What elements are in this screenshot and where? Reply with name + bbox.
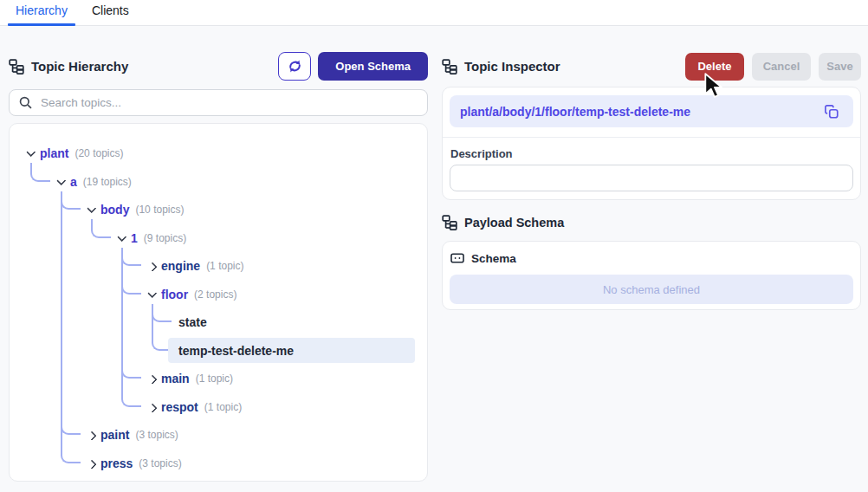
description-label: Description <box>450 147 513 160</box>
topic-hierarchy-header: Topic Hierarchy Open Schema <box>9 52 428 81</box>
topic-tree-card: plant(20 topics)a(19 topics)body(10 topi… <box>9 123 428 482</box>
tree-node-label: engine <box>161 259 200 273</box>
description-input[interactable] <box>450 165 853 191</box>
tree-node-label: floor <box>161 288 188 301</box>
tree-node-engine[interactable]: engine(1 topic) <box>146 254 243 279</box>
tab-hierarchy[interactable]: Hierarchy <box>8 0 75 25</box>
tree-node-main[interactable]: main(1 topic) <box>146 366 233 392</box>
tree-node-count: (19 topics) <box>83 176 132 188</box>
tree-node-press[interactable]: press(3 topics) <box>86 450 182 476</box>
refresh-button[interactable] <box>278 52 311 81</box>
tree-node-1[interactable]: 1(9 topics) <box>116 225 186 250</box>
tree-node-count: (1 topic) <box>204 401 242 413</box>
tree-connector <box>121 248 141 407</box>
tree-node-count: (2 topics) <box>194 288 236 301</box>
tab-bar: Hierarchy Clients <box>0 0 868 26</box>
hierarchy-tree-icon <box>442 59 457 74</box>
tree-node-count: (1 topic) <box>196 372 233 385</box>
topic-inspector-card: plant/a/body/1/floor/temp-test-delete-me… <box>442 87 861 200</box>
tree-node-floor[interactable]: floor(2 topics) <box>146 282 236 307</box>
tree-node-label: temp-test-delete-me <box>178 344 294 358</box>
tree-node-respot[interactable]: respot(1 topic) <box>146 394 242 419</box>
open-schema-button[interactable]: Open Schema <box>318 52 428 81</box>
save-button[interactable]: Save <box>819 53 861 81</box>
chevron-right-icon <box>148 375 158 385</box>
tree-node-count: (20 topics) <box>74 147 123 159</box>
chevron-right-icon <box>148 262 158 272</box>
chevron-down-icon <box>27 147 36 157</box>
no-schema-box: No schema defined <box>450 275 853 304</box>
tree-node-a[interactable]: a(19 topics) <box>55 169 132 194</box>
cancel-button[interactable]: Cancel <box>752 53 811 81</box>
tree-node-count: (10 topics) <box>135 204 184 216</box>
tree-node-count: (9 topics) <box>144 232 186 244</box>
tree-connector <box>61 191 81 463</box>
payload-schema-title: Payload Schema <box>464 216 564 230</box>
tree-node-label: main <box>161 372 190 385</box>
hierarchy-tree-icon <box>9 59 24 74</box>
tree-node-temp-test-delete-me[interactable]: temp-test-delete-me <box>168 338 415 363</box>
copy-button[interactable] <box>820 100 843 123</box>
no-schema-text: No schema defined <box>603 283 700 296</box>
topic-inspector-title: Topic Inspector <box>464 59 560 74</box>
tree-node-label: press <box>100 456 133 470</box>
tree-node-plant[interactable]: plant(20 topics) <box>25 141 123 166</box>
tree-node-label: plant <box>40 146 68 160</box>
chevron-down-icon <box>118 232 127 242</box>
topic-path: plant/a/body/1/floor/temp-test-delete-me <box>460 105 820 119</box>
hierarchy-tree-icon <box>442 215 457 230</box>
tree-node-label: body <box>100 203 129 217</box>
payload-schema-header: Payload Schema <box>442 214 861 231</box>
chevron-right-icon <box>87 431 97 441</box>
inspector-divider <box>443 137 860 138</box>
schema-card: Schema No schema defined <box>442 241 861 310</box>
tree-node-count: (3 topics) <box>139 457 181 469</box>
tree-node-count: (1 topic) <box>206 260 243 272</box>
topic-inspector-header: Topic Inspector Delete Cancel Save <box>442 52 861 81</box>
chevron-down-icon <box>148 288 158 298</box>
schema-label: Schema <box>471 252 516 265</box>
delete-button[interactable]: Delete <box>685 53 744 81</box>
schema-box-icon <box>450 251 464 265</box>
refresh-icon <box>287 58 303 74</box>
search-icon <box>18 95 33 110</box>
chevron-down-icon <box>87 204 97 213</box>
chevron-right-icon <box>148 404 158 413</box>
chevron-right-icon <box>87 460 97 469</box>
tree-node-label: a <box>70 175 77 189</box>
topic-path-box: plant/a/body/1/floor/temp-test-delete-me <box>450 95 853 127</box>
tree-node-paint[interactable]: paint(3 topics) <box>86 423 178 448</box>
topic-hierarchy-title: Topic Hierarchy <box>31 59 128 74</box>
topic-tree: plant(20 topics)a(19 topics)body(10 topi… <box>10 124 427 481</box>
tab-clients[interactable]: Clients <box>84 0 137 25</box>
tree-node-label: state <box>178 315 207 329</box>
tree-node-label: 1 <box>131 231 138 245</box>
copy-icon <box>824 104 839 120</box>
tree-node-label: respot <box>161 400 198 414</box>
tree-node-state[interactable]: state <box>168 310 207 335</box>
search-input[interactable] <box>41 96 418 109</box>
chevron-down-icon <box>57 176 67 185</box>
tree-node-label: paint <box>100 428 129 442</box>
tree-node-count: (3 topics) <box>135 429 178 441</box>
tree-node-body[interactable]: body(10 topics) <box>86 197 184 223</box>
search-box <box>9 89 428 116</box>
